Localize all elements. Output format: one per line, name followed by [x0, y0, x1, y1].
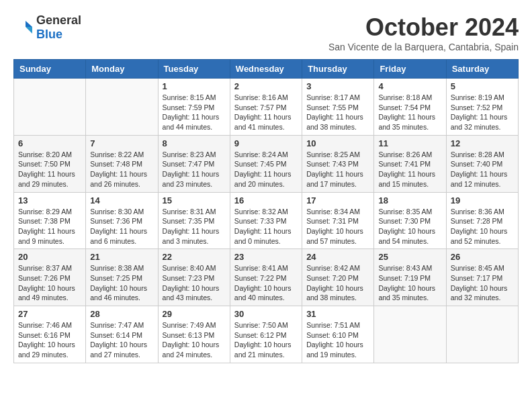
day-info: Sunrise: 8:38 AMSunset: 7:25 PMDaylight:…: [90, 263, 153, 303]
header-friday: Friday: [374, 60, 446, 79]
day-info: Sunrise: 8:42 AMSunset: 7:20 PMDaylight:…: [306, 263, 369, 303]
day-info: Sunrise: 8:34 AMSunset: 7:31 PMDaylight:…: [306, 207, 369, 246]
calendar-week-4: 20Sunrise: 8:37 AMSunset: 7:26 PMDayligh…: [14, 249, 519, 306]
calendar-cell-4-3: 22Sunrise: 8:40 AMSunset: 7:23 PMDayligh…: [158, 249, 230, 306]
calendar-cell-5-1: 27Sunrise: 7:46 AMSunset: 6:16 PMDayligh…: [14, 306, 86, 363]
day-info: Sunrise: 8:16 AMSunset: 7:57 PMDaylight:…: [234, 93, 298, 132]
day-number: 29: [163, 309, 226, 319]
svg-marker-0: [26, 21, 32, 27]
day-number: 24: [306, 252, 369, 262]
calendar-cell-5-3: 29Sunrise: 7:49 AMSunset: 6:13 PMDayligh…: [158, 306, 230, 363]
day-info: Sunrise: 7:46 AMSunset: 6:16 PMDaylight:…: [18, 320, 81, 360]
day-info: Sunrise: 8:35 AMSunset: 7:30 PMDaylight:…: [378, 207, 441, 246]
header-monday: Monday: [86, 60, 158, 79]
day-info: Sunrise: 8:28 AMSunset: 7:40 PMDaylight:…: [451, 150, 514, 189]
calendar-cell-3-4: 16Sunrise: 8:32 AMSunset: 7:33 PMDayligh…: [230, 192, 302, 249]
logo-general: General: [36, 13, 81, 27]
header-sunday: Sunday: [14, 60, 86, 79]
day-number: 30: [234, 309, 298, 319]
day-info: Sunrise: 7:47 AMSunset: 6:14 PMDaylight:…: [90, 320, 153, 360]
svg-marker-1: [26, 27, 32, 34]
calendar-cell-2-4: 9Sunrise: 8:24 AMSunset: 7:45 PMDaylight…: [230, 135, 302, 192]
day-info: Sunrise: 8:40 AMSunset: 7:23 PMDaylight:…: [163, 263, 226, 303]
calendar-cell-2-6: 11Sunrise: 8:26 AMSunset: 7:41 PMDayligh…: [374, 135, 446, 192]
day-number: 22: [163, 252, 226, 262]
calendar-cell-1-7: 5Sunrise: 8:19 AMSunset: 7:52 PMDaylight…: [446, 79, 518, 136]
calendar-week-3: 13Sunrise: 8:29 AMSunset: 7:38 PMDayligh…: [14, 192, 519, 249]
calendar-cell-1-5: 3Sunrise: 8:17 AMSunset: 7:55 PMDaylight…: [302, 79, 374, 136]
day-number: 10: [306, 138, 369, 148]
day-info: Sunrise: 8:29 AMSunset: 7:38 PMDaylight:…: [18, 207, 81, 246]
calendar-cell-1-4: 2Sunrise: 8:16 AMSunset: 7:57 PMDaylight…: [230, 79, 302, 136]
calendar-cell-4-1: 20Sunrise: 8:37 AMSunset: 7:26 PMDayligh…: [14, 249, 86, 306]
day-info: Sunrise: 7:49 AMSunset: 6:13 PMDaylight:…: [163, 320, 226, 360]
calendar-cell-4-2: 21Sunrise: 8:38 AMSunset: 7:25 PMDayligh…: [86, 249, 158, 306]
day-number: 9: [234, 138, 298, 148]
day-number: 28: [90, 309, 153, 319]
day-number: 31: [306, 309, 369, 319]
calendar-week-5: 27Sunrise: 7:46 AMSunset: 6:16 PMDayligh…: [14, 306, 519, 363]
day-info: Sunrise: 8:25 AMSunset: 7:43 PMDaylight:…: [306, 150, 369, 189]
calendar-cell-3-5: 17Sunrise: 8:34 AMSunset: 7:31 PMDayligh…: [302, 192, 374, 249]
header-wednesday: Wednesday: [230, 60, 302, 79]
calendar-week-2: 6Sunrise: 8:20 AMSunset: 7:50 PMDaylight…: [14, 135, 519, 192]
day-number: 8: [163, 138, 226, 148]
calendar-cell-3-6: 18Sunrise: 8:35 AMSunset: 7:30 PMDayligh…: [374, 192, 446, 249]
calendar-cell-1-1: [14, 79, 86, 136]
day-number: 21: [90, 252, 153, 262]
calendar: Sunday Monday Tuesday Wednesday Thursday…: [13, 59, 519, 363]
day-info: Sunrise: 8:31 AMSunset: 7:35 PMDaylight:…: [163, 207, 226, 246]
calendar-week-1: 1Sunrise: 8:15 AMSunset: 7:59 PMDaylight…: [14, 79, 519, 136]
day-info: Sunrise: 8:18 AMSunset: 7:54 PMDaylight:…: [378, 93, 441, 132]
day-info: Sunrise: 8:41 AMSunset: 7:22 PMDaylight:…: [234, 263, 298, 303]
calendar-cell-4-7: 26Sunrise: 8:45 AMSunset: 7:17 PMDayligh…: [446, 249, 518, 306]
day-number: 19: [451, 195, 514, 205]
calendar-cell-4-5: 24Sunrise: 8:42 AMSunset: 7:20 PMDayligh…: [302, 249, 374, 306]
day-number: 7: [90, 138, 153, 148]
calendar-cell-2-1: 6Sunrise: 8:20 AMSunset: 7:50 PMDaylight…: [14, 135, 86, 192]
calendar-cell-5-2: 28Sunrise: 7:47 AMSunset: 6:14 PMDayligh…: [86, 306, 158, 363]
calendar-cell-5-7: [446, 306, 518, 363]
day-info: Sunrise: 8:26 AMSunset: 7:41 PMDaylight:…: [378, 150, 441, 189]
day-number: 1: [163, 81, 226, 91]
day-number: 4: [378, 81, 441, 91]
day-info: Sunrise: 7:50 AMSunset: 6:12 PMDaylight:…: [234, 320, 298, 360]
calendar-cell-1-3: 1Sunrise: 8:15 AMSunset: 7:59 PMDaylight…: [158, 79, 230, 136]
day-number: 6: [18, 138, 81, 148]
day-info: Sunrise: 8:32 AMSunset: 7:33 PMDaylight:…: [234, 207, 298, 246]
calendar-cell-2-3: 8Sunrise: 8:23 AMSunset: 7:47 PMDaylight…: [158, 135, 230, 192]
calendar-cell-2-7: 12Sunrise: 8:28 AMSunset: 7:40 PMDayligh…: [446, 135, 518, 192]
day-number: 15: [163, 195, 226, 205]
day-info: Sunrise: 8:20 AMSunset: 7:50 PMDaylight:…: [18, 150, 81, 189]
day-number: 5: [451, 81, 514, 91]
calendar-cell-2-5: 10Sunrise: 8:25 AMSunset: 7:43 PMDayligh…: [302, 135, 374, 192]
day-info: Sunrise: 8:15 AMSunset: 7:59 PMDaylight:…: [163, 93, 226, 132]
day-number: 17: [306, 195, 369, 205]
calendar-cell-3-7: 19Sunrise: 8:36 AMSunset: 7:28 PMDayligh…: [446, 192, 518, 249]
title-section: October 2024 San Vicente de la Barquera,…: [328, 13, 519, 52]
day-info: Sunrise: 8:24 AMSunset: 7:45 PMDaylight:…: [234, 150, 298, 189]
calendar-cell-5-4: 30Sunrise: 7:50 AMSunset: 6:12 PMDayligh…: [230, 306, 302, 363]
day-number: 2: [234, 81, 298, 91]
day-number: 23: [234, 252, 298, 262]
calendar-cell-3-3: 15Sunrise: 8:31 AMSunset: 7:35 PMDayligh…: [158, 192, 230, 249]
month-title: October 2024: [328, 13, 519, 42]
day-number: 26: [451, 252, 514, 262]
day-info: Sunrise: 7:51 AMSunset: 6:10 PMDaylight:…: [306, 320, 369, 360]
day-info: Sunrise: 8:30 AMSunset: 7:36 PMDaylight:…: [90, 207, 153, 246]
day-info: Sunrise: 8:23 AMSunset: 7:47 PMDaylight:…: [163, 150, 226, 189]
location-subtitle: San Vicente de la Barquera, Cantabria, S…: [328, 42, 519, 52]
day-info: Sunrise: 8:36 AMSunset: 7:28 PMDaylight:…: [451, 207, 514, 246]
day-number: 11: [378, 138, 441, 148]
header-thursday: Thursday: [302, 60, 374, 79]
calendar-cell-4-4: 23Sunrise: 8:41 AMSunset: 7:22 PMDayligh…: [230, 249, 302, 306]
day-number: 12: [451, 138, 514, 148]
calendar-cell-1-6: 4Sunrise: 8:18 AMSunset: 7:54 PMDaylight…: [374, 79, 446, 136]
day-info: Sunrise: 8:17 AMSunset: 7:55 PMDaylight:…: [306, 93, 369, 132]
calendar-cell-3-2: 14Sunrise: 8:30 AMSunset: 7:36 PMDayligh…: [86, 192, 158, 249]
day-info: Sunrise: 8:19 AMSunset: 7:52 PMDaylight:…: [451, 93, 514, 132]
day-number: 18: [378, 195, 441, 205]
calendar-cell-5-6: [374, 306, 446, 363]
calendar-cell-5-5: 31Sunrise: 7:51 AMSunset: 6:10 PMDayligh…: [302, 306, 374, 363]
day-number: 16: [234, 195, 298, 205]
